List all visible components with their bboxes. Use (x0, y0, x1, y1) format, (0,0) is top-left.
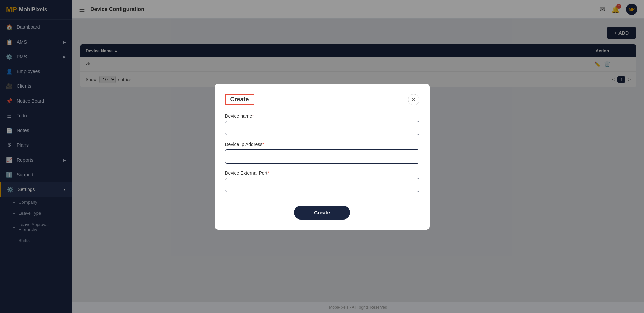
create-submit-button[interactable]: Create (294, 206, 350, 220)
required-star: * (252, 113, 254, 119)
form-group-device-ip: Device Ip Address* (225, 142, 419, 164)
input-device-name[interactable] (225, 121, 419, 135)
modal-overlay[interactable]: Create ✕ Device name* Device Ip Address* (72, 0, 644, 313)
input-device-port[interactable] (225, 178, 419, 192)
modal-footer: Create (225, 206, 419, 220)
form-group-device-name: Device name* (225, 113, 419, 135)
modal-divider (225, 199, 419, 199)
close-icon: ✕ (411, 96, 416, 103)
form-group-device-port: Device External Port* (225, 170, 419, 192)
modal-header: Create ✕ (225, 94, 419, 105)
modal-close-button[interactable]: ✕ (408, 94, 419, 105)
modal-title: Create (225, 94, 254, 105)
main-content: ☰ Device Configuration ✉ 🔔 ° MP + ADD De… (72, 0, 644, 313)
label-device-name: Device name* (225, 113, 419, 119)
label-device-port: Device External Port* (225, 170, 419, 176)
create-modal: Create ✕ Device name* Device Ip Address* (215, 84, 430, 230)
required-star: * (262, 142, 264, 147)
required-star: * (267, 170, 269, 176)
input-device-ip[interactable] (225, 149, 419, 164)
label-device-ip: Device Ip Address* (225, 142, 419, 147)
